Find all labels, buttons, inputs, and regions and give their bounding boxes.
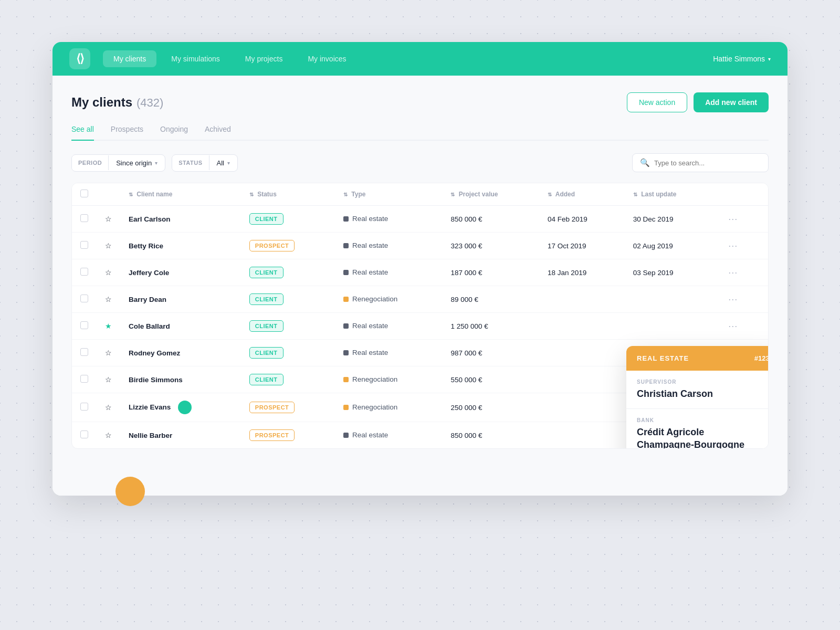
row-checkbox-cell[interactable] — [72, 233, 97, 259]
status-chevron-icon: ▾ — [227, 160, 230, 166]
row-last-update — [625, 313, 716, 340]
row-checkbox-cell[interactable] — [72, 286, 97, 313]
row-more-actions[interactable]: ··· — [716, 233, 768, 259]
popup-supervisor-value: Christian Carson — [637, 388, 769, 400]
row-star[interactable]: ☆ — [97, 259, 120, 286]
row-more-actions[interactable]: ··· — [716, 206, 768, 233]
row-checkbox[interactable] — [80, 268, 88, 276]
row-checkbox-cell[interactable] — [72, 422, 97, 449]
row-star[interactable]: ☆ — [97, 393, 120, 422]
last-update-header[interactable]: ⇅ Last update — [625, 183, 716, 206]
table-row: ☆ Earl Carlson CLIENT Real estate 850 00… — [72, 206, 768, 233]
popup-supervisor-section: SUPERVISOR Christian Carson — [626, 371, 769, 409]
row-checkbox[interactable] — [80, 348, 88, 356]
row-checkbox[interactable] — [80, 214, 88, 222]
row-more-actions[interactable]: ··· — [716, 286, 768, 313]
nav-item-invoices[interactable]: My invoices — [297, 50, 356, 67]
row-checkbox-cell[interactable] — [72, 206, 97, 233]
row-client-name: Jeffery Cole — [120, 259, 241, 286]
row-client-name: Earl Carlson — [120, 206, 241, 233]
nav-item-simulations[interactable]: My simulations — [161, 50, 230, 67]
status-badge: CLIENT — [249, 213, 284, 225]
user-menu[interactable]: Hattie Simmons ▾ — [713, 55, 771, 63]
row-more-actions[interactable]: ··· — [716, 313, 768, 340]
table-row: ☆ Barry Dean CLIENT Renegociation 89 000… — [72, 286, 768, 313]
row-star[interactable]: ☆ — [97, 286, 120, 313]
status-badge: CLIENT — [249, 347, 284, 359]
row-checkbox[interactable] — [80, 430, 88, 438]
select-all-checkbox[interactable] — [80, 190, 88, 197]
row-project-value: 850 000 € — [442, 206, 539, 233]
row-added-date: 18 Jan 2019 — [539, 259, 625, 286]
row-more-actions[interactable]: ··· — [716, 259, 768, 286]
row-project-value: 550 000 € — [442, 366, 539, 393]
status-filter[interactable]: STATUS All ▾ — [172, 154, 238, 172]
tab-ongoing[interactable]: Ongoing — [160, 125, 188, 141]
project-value-header[interactable]: ⇅ Project value — [442, 183, 539, 206]
more-icon[interactable]: ··· — [724, 265, 742, 280]
tab-prospects[interactable]: Prospects — [111, 125, 143, 141]
status-badge: CLIENT — [249, 267, 284, 278]
user-name: Hattie Simmons — [713, 55, 765, 63]
row-checkbox-cell[interactable] — [72, 313, 97, 340]
clients-table-container: ⇅ Client name ⇅ Status ⇅ Type — [71, 183, 769, 449]
more-icon[interactable]: ··· — [724, 319, 742, 333]
search-input[interactable] — [654, 159, 761, 167]
content-area: My clients (432) New action Add new clie… — [52, 76, 788, 496]
row-star[interactable]: ☆ — [97, 233, 120, 259]
popup-type: REAL ESTATE — [637, 354, 689, 362]
row-checkbox[interactable] — [80, 321, 88, 329]
row-checkbox-cell[interactable] — [72, 393, 97, 422]
row-star[interactable]: ★ — [97, 313, 120, 340]
row-checkbox[interactable] — [80, 241, 88, 249]
decorative-circle-orange — [116, 477, 145, 506]
new-action-button[interactable]: New action — [627, 92, 687, 112]
popup-header: REAL ESTATE #1231 — [626, 346, 769, 371]
popup-supervisor-label: SUPERVISOR — [637, 379, 769, 385]
more-icon[interactable]: ··· — [724, 238, 742, 253]
row-added-date: 17 Oct 2019 — [539, 233, 625, 259]
period-filter[interactable]: PERIOD Since origin ▾ — [71, 154, 165, 172]
type-dot-icon — [343, 243, 349, 248]
tab-see-all[interactable]: See all — [71, 125, 94, 141]
row-added-date — [539, 340, 625, 366]
row-checkbox-cell[interactable] — [72, 366, 97, 393]
row-project-value: 850 000 € — [442, 422, 539, 449]
period-filter-value[interactable]: Since origin ▾ — [109, 155, 165, 171]
row-checkbox-cell[interactable] — [72, 340, 97, 366]
row-added-date — [539, 366, 625, 393]
row-checkbox-cell[interactable] — [72, 259, 97, 286]
type-dot-icon — [343, 297, 349, 302]
row-type: Real estate — [335, 259, 443, 286]
nav-item-my-clients[interactable]: My clients — [103, 50, 156, 67]
row-checkbox[interactable] — [80, 295, 88, 302]
status-badge: CLIENT — [249, 374, 284, 385]
more-icon[interactable]: ··· — [724, 212, 742, 226]
row-star[interactable]: ☆ — [97, 422, 120, 449]
type-dot-icon — [343, 270, 349, 275]
client-name-header[interactable]: ⇅ Client name — [120, 183, 241, 206]
search-box[interactable]: 🔍 — [632, 153, 769, 172]
row-checkbox[interactable] — [80, 403, 88, 411]
navbar: ⟨⟩ My clients My simulations My projects… — [52, 42, 788, 76]
row-checkbox[interactable] — [80, 375, 88, 383]
add-new-client-button[interactable]: Add new client — [694, 92, 769, 112]
row-last-update: 03 Sep 2019 — [625, 259, 716, 286]
logo[interactable]: ⟨⟩ — [69, 48, 90, 69]
status-header[interactable]: ⇅ Status — [241, 183, 335, 206]
nav-item-projects[interactable]: My projects — [235, 50, 293, 67]
row-star[interactable]: ☆ — [97, 366, 120, 393]
row-type: Real estate — [335, 422, 443, 449]
more-icon[interactable]: ··· — [724, 292, 742, 307]
row-client-name: Betty Rice — [120, 233, 241, 259]
row-star[interactable]: ☆ — [97, 340, 120, 366]
table-row: ☆ Jeffery Cole CLIENT Real estate 187 00… — [72, 259, 768, 286]
added-header[interactable]: ⇅ Added — [539, 183, 625, 206]
type-header[interactable]: ⇅ Type — [335, 183, 443, 206]
row-star[interactable]: ☆ — [97, 206, 120, 233]
row-status: CLIENT — [241, 313, 335, 340]
select-all-header[interactable] — [72, 183, 97, 206]
nav-links: My clients My simulations My projects My… — [103, 50, 713, 67]
tab-archived[interactable]: Achived — [205, 125, 231, 141]
status-filter-value[interactable]: All ▾ — [209, 155, 237, 171]
